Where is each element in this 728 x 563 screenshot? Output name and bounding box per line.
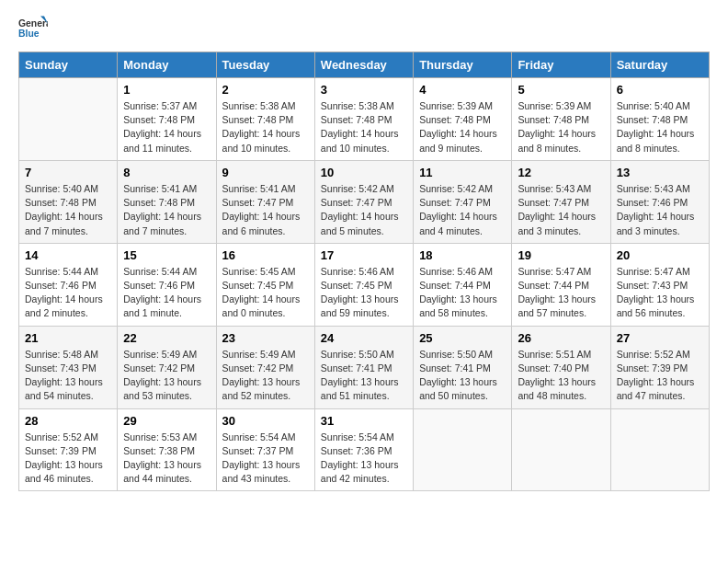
calendar-cell: 16Sunrise: 5:45 AMSunset: 7:45 PMDayligh… [216, 243, 314, 326]
calendar-cell [414, 408, 512, 491]
calendar-cell: 9Sunrise: 5:41 AMSunset: 7:47 PMDaylight… [216, 160, 314, 243]
calendar-cell: 3Sunrise: 5:38 AMSunset: 7:48 PMDaylight… [314, 78, 413, 161]
day-number: 28 [25, 414, 111, 428]
week-row-3: 14Sunrise: 5:44 AMSunset: 7:46 PMDayligh… [19, 243, 710, 326]
calendar-cell: 22Sunrise: 5:49 AMSunset: 7:42 PMDayligh… [118, 326, 216, 408]
week-row-1: 1Sunrise: 5:37 AMSunset: 7:48 PMDaylight… [19, 78, 710, 161]
calendar-cell: 30Sunrise: 5:54 AMSunset: 7:37 PMDayligh… [216, 408, 314, 491]
week-row-2: 7Sunrise: 5:40 AMSunset: 7:48 PMDaylight… [19, 160, 710, 243]
day-number: 11 [419, 166, 506, 179]
day-number: 3 [321, 83, 407, 97]
calendar-cell: 27Sunrise: 5:52 AMSunset: 7:39 PMDayligh… [610, 326, 709, 408]
day-number: 23 [222, 331, 309, 345]
calendar-cell [19, 78, 118, 161]
day-number: 18 [419, 248, 506, 262]
day-info: Sunrise: 5:46 AMSunset: 7:45 PMDaylight:… [321, 265, 407, 321]
calendar-cell: 20Sunrise: 5:47 AMSunset: 7:43 PMDayligh… [610, 243, 709, 326]
header-wednesday: Wednesday [314, 52, 413, 78]
day-number: 16 [222, 248, 309, 262]
page-header: GeneralBlue [18, 15, 710, 44]
day-number: 29 [123, 414, 210, 428]
day-number: 8 [123, 166, 210, 179]
calendar-cell: 6Sunrise: 5:40 AMSunset: 7:48 PMDaylight… [610, 78, 709, 161]
day-info: Sunrise: 5:37 AMSunset: 7:48 PMDaylight:… [123, 99, 210, 155]
day-info: Sunrise: 5:50 AMSunset: 7:41 PMDaylight:… [321, 348, 407, 404]
day-number: 5 [518, 83, 604, 97]
day-info: Sunrise: 5:41 AMSunset: 7:48 PMDaylight:… [123, 182, 210, 238]
day-info: Sunrise: 5:47 AMSunset: 7:43 PMDaylight:… [617, 265, 703, 321]
calendar-cell: 1Sunrise: 5:37 AMSunset: 7:48 PMDaylight… [118, 78, 216, 161]
day-number: 27 [617, 331, 703, 345]
day-info: Sunrise: 5:42 AMSunset: 7:47 PMDaylight:… [321, 182, 407, 238]
calendar-cell: 18Sunrise: 5:46 AMSunset: 7:44 PMDayligh… [414, 243, 512, 326]
day-info: Sunrise: 5:44 AMSunset: 7:46 PMDaylight:… [25, 265, 111, 321]
calendar-cell: 24Sunrise: 5:50 AMSunset: 7:41 PMDayligh… [314, 326, 413, 408]
day-info: Sunrise: 5:54 AMSunset: 7:37 PMDaylight:… [222, 431, 309, 487]
calendar-cell: 7Sunrise: 5:40 AMSunset: 7:48 PMDaylight… [19, 160, 118, 243]
day-number: 26 [518, 331, 604, 345]
day-info: Sunrise: 5:45 AMSunset: 7:45 PMDaylight:… [222, 265, 309, 321]
calendar-cell [512, 408, 610, 491]
day-number: 9 [222, 166, 309, 179]
svg-text:Blue: Blue [18, 29, 40, 39]
day-number: 15 [123, 248, 210, 262]
day-info: Sunrise: 5:52 AMSunset: 7:39 PMDaylight:… [617, 348, 703, 404]
day-number: 17 [321, 248, 407, 262]
day-number: 31 [321, 414, 407, 428]
calendar-cell [610, 408, 709, 491]
day-number: 20 [617, 248, 703, 262]
calendar-cell: 23Sunrise: 5:49 AMSunset: 7:42 PMDayligh… [216, 326, 314, 408]
header-thursday: Thursday [414, 52, 512, 78]
day-info: Sunrise: 5:38 AMSunset: 7:48 PMDaylight:… [321, 99, 407, 155]
day-number: 12 [518, 166, 604, 179]
calendar-cell: 5Sunrise: 5:39 AMSunset: 7:48 PMDaylight… [512, 78, 610, 161]
calendar-cell: 11Sunrise: 5:42 AMSunset: 7:47 PMDayligh… [414, 160, 512, 243]
svg-text:General: General [18, 18, 48, 29]
logo: GeneralBlue [18, 15, 48, 44]
day-info: Sunrise: 5:54 AMSunset: 7:36 PMDaylight:… [321, 431, 407, 487]
day-number: 24 [321, 331, 407, 345]
header-tuesday: Tuesday [216, 52, 314, 78]
header-sunday: Sunday [19, 52, 118, 78]
day-info: Sunrise: 5:41 AMSunset: 7:47 PMDaylight:… [222, 182, 309, 238]
day-number: 7 [25, 166, 111, 179]
day-info: Sunrise: 5:48 AMSunset: 7:43 PMDaylight:… [25, 348, 111, 404]
day-info: Sunrise: 5:42 AMSunset: 7:47 PMDaylight:… [419, 182, 506, 238]
header-saturday: Saturday [610, 52, 709, 78]
day-info: Sunrise: 5:49 AMSunset: 7:42 PMDaylight:… [123, 348, 210, 404]
day-info: Sunrise: 5:40 AMSunset: 7:48 PMDaylight:… [617, 99, 703, 155]
calendar-cell: 21Sunrise: 5:48 AMSunset: 7:43 PMDayligh… [19, 326, 118, 408]
day-number: 22 [123, 331, 210, 345]
day-info: Sunrise: 5:39 AMSunset: 7:48 PMDaylight:… [518, 99, 604, 155]
calendar-cell: 2Sunrise: 5:38 AMSunset: 7:48 PMDaylight… [216, 78, 314, 161]
calendar-cell: 4Sunrise: 5:39 AMSunset: 7:48 PMDaylight… [414, 78, 512, 161]
day-info: Sunrise: 5:52 AMSunset: 7:39 PMDaylight:… [25, 431, 111, 487]
calendar-cell: 12Sunrise: 5:43 AMSunset: 7:47 PMDayligh… [512, 160, 610, 243]
day-number: 19 [518, 248, 604, 262]
day-info: Sunrise: 5:53 AMSunset: 7:38 PMDaylight:… [123, 431, 210, 487]
calendar-cell: 8Sunrise: 5:41 AMSunset: 7:48 PMDaylight… [118, 160, 216, 243]
day-number: 4 [419, 83, 506, 97]
day-info: Sunrise: 5:46 AMSunset: 7:44 PMDaylight:… [419, 265, 506, 321]
logo-icon: GeneralBlue [18, 15, 48, 44]
day-number: 13 [617, 166, 703, 179]
day-number: 6 [617, 83, 703, 97]
calendar-cell: 19Sunrise: 5:47 AMSunset: 7:44 PMDayligh… [512, 243, 610, 326]
header-monday: Monday [118, 52, 216, 78]
day-number: 10 [321, 166, 407, 179]
day-number: 1 [123, 83, 210, 97]
day-number: 14 [25, 248, 111, 262]
calendar-cell: 28Sunrise: 5:52 AMSunset: 7:39 PMDayligh… [19, 408, 118, 491]
day-info: Sunrise: 5:40 AMSunset: 7:48 PMDaylight:… [25, 182, 111, 238]
calendar-cell: 13Sunrise: 5:43 AMSunset: 7:46 PMDayligh… [610, 160, 709, 243]
header-friday: Friday [512, 52, 610, 78]
calendar-cell: 15Sunrise: 5:44 AMSunset: 7:46 PMDayligh… [118, 243, 216, 326]
day-info: Sunrise: 5:47 AMSunset: 7:44 PMDaylight:… [518, 265, 604, 321]
calendar-cell: 31Sunrise: 5:54 AMSunset: 7:36 PMDayligh… [314, 408, 413, 491]
calendar-cell: 26Sunrise: 5:51 AMSunset: 7:40 PMDayligh… [512, 326, 610, 408]
week-row-5: 28Sunrise: 5:52 AMSunset: 7:39 PMDayligh… [19, 408, 710, 491]
calendar-cell: 10Sunrise: 5:42 AMSunset: 7:47 PMDayligh… [314, 160, 413, 243]
day-number: 25 [419, 331, 506, 345]
calendar-table: SundayMondayTuesdayWednesdayThursdayFrid… [18, 52, 710, 491]
day-info: Sunrise: 5:50 AMSunset: 7:41 PMDaylight:… [419, 348, 506, 404]
